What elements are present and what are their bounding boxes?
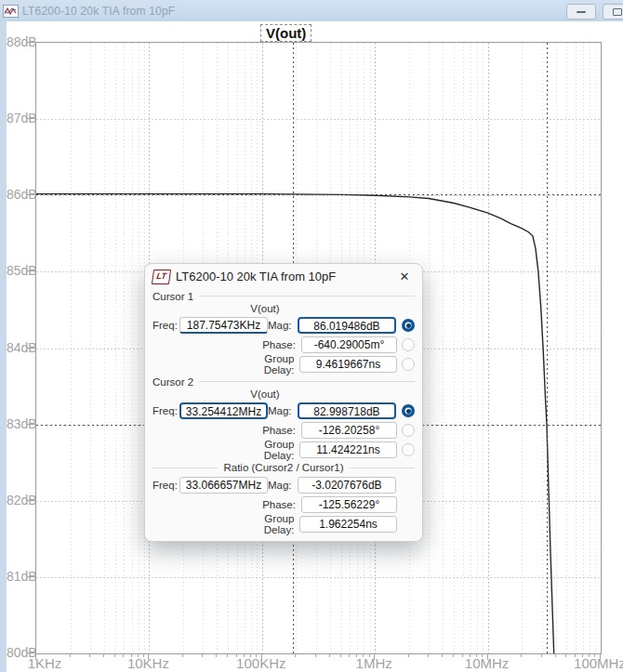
cursor2-phase-row: Phase: -126.20258° <box>145 421 422 440</box>
ltspice-logo-icon: LT <box>152 270 171 284</box>
ltspice-plot-window: LT6200-10 20k TIA from 10pF V(out) 1KHz1… <box>0 0 623 672</box>
ratio-freq-field[interactable]: 33.066657MHz <box>179 477 268 494</box>
y-axis-label: 86dB <box>7 187 34 202</box>
ratio-group-delay-field[interactable]: 1.962254ns <box>299 516 396 533</box>
x-axis-minor-tick <box>89 653 90 657</box>
cursor1-trace-label: V(out) <box>145 303 422 315</box>
cursor2-mag-label: Mag: <box>268 405 298 416</box>
x-axis-label: 10KHz <box>111 655 185 671</box>
dialog-titlebar[interactable]: LT LT6200-10 20k TIA from 10pF ✕ <box>145 264 422 289</box>
cursor1-freq-mag-row: Freq: 187.75473KHz Mag: 86.019486dB <box>145 316 422 335</box>
cursor1-group-delay-row: Group Delay: 9.4619667ns <box>145 355 422 374</box>
y-axis-label: 84dB <box>7 340 34 355</box>
cursor1-group-delay-field[interactable]: 9.4619667ns <box>299 356 396 373</box>
cursor2-group-delay-label: Group Delay: <box>264 439 300 461</box>
y-axis-label: 81dB <box>7 569 34 584</box>
x-axis-minor-tick <box>182 653 183 657</box>
window-left-frame <box>0 21 7 672</box>
x-axis-minor-tick <box>216 653 217 657</box>
maximize-icon[interactable] <box>603 4 623 20</box>
ratio-header-label: Ratio (Cursor2 / Cursor1) <box>218 462 349 473</box>
y-axis-label: 83dB <box>7 416 34 431</box>
cursor1-header-label: Cursor 1 <box>152 291 193 302</box>
ratio-mag-field[interactable]: -3.0207676dB <box>298 477 397 494</box>
y-axis-label: 80dB <box>7 645 34 660</box>
cursor1-phase-radio[interactable] <box>402 338 415 351</box>
cursor2-phase-label: Phase: <box>262 425 301 436</box>
maximize-glyph <box>613 8 622 16</box>
x-axis-minor-tick <box>408 653 409 657</box>
cursor2-freq-field[interactable]: 33.254412MHz <box>179 402 268 419</box>
x-axis-minor-tick <box>295 653 296 657</box>
minimize-icon[interactable] <box>566 4 596 20</box>
y-axis-label: 87dB <box>7 111 34 125</box>
ratio-group-delay-label: Group Delay: <box>264 513 300 535</box>
cursor2-group-delay-radio[interactable] <box>402 443 415 456</box>
cursor2-group-delay-field[interactable]: 11.424221ns <box>299 441 396 458</box>
cursor2-header-label: Cursor 2 <box>152 376 193 388</box>
x-axis-label: 100MHz <box>563 655 623 671</box>
cursor1-mag-field[interactable]: 86.019486dB <box>298 317 397 334</box>
dialog-title: LT6200-10 20k TIA from 10pF <box>176 270 394 283</box>
divider <box>199 381 415 382</box>
x-axis-minor-tick <box>555 653 556 657</box>
x-axis-minor-tick <box>70 653 71 657</box>
cursor1-phase-label: Phase: <box>262 339 301 350</box>
ratio-phase-row: Phase: -125.56229° <box>145 495 422 514</box>
window-titlebar[interactable]: LT6200-10 20k TIA from 10pF <box>0 0 623 21</box>
x-axis-minor-tick <box>428 653 429 657</box>
y-axis-label: 85dB <box>7 263 34 278</box>
cursor1-freq-field[interactable]: 187.75473KHz <box>179 317 268 334</box>
cursor2-freq-label: Freq: <box>152 405 177 416</box>
plot-title[interactable]: V(out) <box>260 24 312 42</box>
x-axis-minor-tick <box>329 653 330 657</box>
x-axis-minor-tick <box>521 653 522 657</box>
cursor2-mag-radio[interactable] <box>402 404 415 417</box>
cursor1-group-delay-label: Group Delay: <box>264 353 300 376</box>
cursor1-phase-field[interactable]: -640.29005m° <box>301 336 397 353</box>
ratio-phase-field[interactable]: -125.56229° <box>301 496 397 513</box>
divider <box>350 468 415 468</box>
ratio-phase-label: Phase: <box>262 499 301 510</box>
cursor2-group-delay-row: Group Delay: 11.424221ns <box>145 441 422 459</box>
cursor1-mag-radio[interactable] <box>402 319 415 332</box>
x-axis-minor-tick <box>202 653 203 657</box>
cursor1-freq-label: Freq: <box>152 320 177 331</box>
cursor1-horizontal-line[interactable] <box>36 194 601 195</box>
divider <box>152 468 218 468</box>
cursor1-section-header: Cursor 1 <box>145 289 422 303</box>
y-axis-label: 82dB <box>7 493 34 507</box>
cursor1-phase-row: Phase: -640.29005m° <box>145 336 422 354</box>
x-axis-minor-tick <box>103 653 104 657</box>
cursor1-mag-label: Mag: <box>268 320 298 331</box>
cursor-dialog[interactable]: LT LT6200-10 20k TIA from 10pF ✕ Cursor … <box>144 263 423 542</box>
cursor2-vertical-line[interactable] <box>547 43 548 653</box>
ratio-section-header: Ratio (Cursor2 / Cursor1) <box>145 460 422 475</box>
x-axis-label: 10MHz <box>450 655 524 671</box>
cursor1-group-delay-radio[interactable] <box>402 358 415 371</box>
cursor2-freq-mag-row: Freq: 33.254412MHz Mag: 82.998718dB <box>145 402 422 420</box>
y-axis-label: 88dB <box>7 34 34 49</box>
close-icon[interactable]: ✕ <box>394 270 415 283</box>
x-axis-label: 100KHz <box>224 655 298 671</box>
ratio-freq-label: Freq: <box>152 480 177 491</box>
ratio-mag-label: Mag: <box>268 480 298 491</box>
x-axis-minor-tick <box>442 653 443 657</box>
divider <box>199 296 415 296</box>
app-waveform-icon <box>3 5 19 18</box>
cursor2-trace-label: V(out) <box>145 389 422 401</box>
cursor2-mag-field[interactable]: 82.998718dB <box>298 402 397 419</box>
window-title: LT6200-10 20k TIA from 10pF <box>22 5 175 18</box>
ratio-freq-mag-row: Freq: 33.066657MHz Mag: -3.0207676dB <box>145 476 422 494</box>
cursor2-section-header: Cursor 2 <box>145 375 422 389</box>
cursor2-phase-radio[interactable] <box>402 424 415 437</box>
cursor2-phase-field[interactable]: -126.20258° <box>301 422 397 439</box>
ratio-group-delay-row: Group Delay: 1.962254ns <box>145 515 422 534</box>
minimize-glyph <box>577 11 586 13</box>
x-axis-label: 1MHz <box>337 655 411 671</box>
x-axis-minor-tick <box>315 653 316 657</box>
x-axis-minor-tick <box>541 653 542 657</box>
